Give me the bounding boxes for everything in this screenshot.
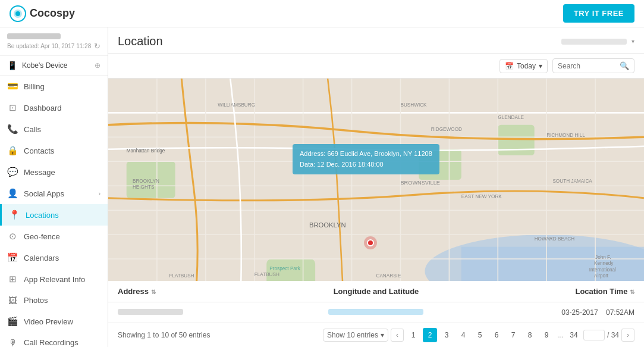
latlng-header-label: Longitude and Latitude	[334, 287, 419, 296]
message-icon: 💬	[7, 167, 18, 177]
date-chevron-icon: ▾	[539, 62, 542, 70]
page-title: Location	[118, 35, 163, 48]
search-icon: 🔍	[620, 61, 629, 70]
social-apps-icon: 👤	[7, 188, 18, 199]
sidebar-item-social-apps[interactable]: 👤 Social Apps ›	[0, 183, 108, 204]
refresh-icon[interactable]: ↻	[94, 42, 100, 51]
sidebar-item-billing[interactable]: 💳 Billing	[0, 76, 108, 97]
next-page-button[interactable]: ›	[621, 329, 634, 342]
sidebar-item-calendars-label: Calendars	[24, 254, 59, 262]
page-3-button[interactable]: 3	[439, 328, 454, 342]
map-marker[interactable]	[364, 236, 377, 249]
svg-text:Kennedy: Kennedy	[594, 261, 614, 266]
svg-text:RIDGEWOOD: RIDGEWOOD	[431, 127, 462, 132]
svg-rect-5	[461, 247, 644, 281]
sidebar-item-app-relevant-info[interactable]: ⊞ App Relevant Info	[0, 268, 108, 290]
date-value: 03-25-2017	[561, 308, 598, 317]
chevron-down-icon[interactable]: ▾	[632, 38, 634, 45]
time-column-header[interactable]: Location Time ⇅	[467, 281, 644, 302]
time-header-label: Location Time	[575, 287, 627, 296]
billing-icon: 💳	[7, 81, 18, 92]
address-blurred	[118, 309, 183, 315]
page-input-group: / 34	[583, 330, 619, 340]
svg-text:HOWARD BEACH: HOWARD BEACH	[535, 236, 575, 242]
sidebar-item-billing-label: Billing	[24, 82, 45, 91]
latlng-column-header[interactable]: Longitude and Latitude	[285, 281, 467, 302]
sidebar-item-geo-fence[interactable]: ⊙ Geo-fence	[0, 226, 108, 247]
calendars-icon: 📅	[7, 252, 18, 263]
table-body: 03-25-2017 07:52AM	[108, 302, 644, 323]
svg-text:BUSHWICK: BUSHWICK	[400, 102, 427, 108]
sidebar-update: Be updated: Apr 10, 2017 11:28 ↻	[7, 42, 100, 51]
logo-icon	[10, 5, 26, 22]
per-page-label: Show 10 entries	[327, 331, 378, 339]
table-header: Address ⇅ Longitude and Latitude Locatio…	[108, 281, 644, 302]
sidebar-item-social-apps-label: Social Apps	[24, 189, 64, 198]
page-7-button[interactable]: 7	[506, 328, 520, 342]
tooltip-data: Data: 12 Dec. 2016 18:48:00	[300, 160, 432, 170]
page-9-button[interactable]: 9	[539, 328, 554, 342]
address-column-header[interactable]: Address ⇅	[108, 281, 285, 302]
prev-page-button[interactable]: ‹	[391, 329, 404, 342]
time-cell: 03-25-2017 07:52AM	[467, 302, 644, 323]
page-jump-input[interactable]	[583, 330, 605, 340]
sidebar-item-video-preview-label: Video Preview	[24, 317, 73, 326]
marker-outer	[364, 236, 377, 249]
map-background: BROOKLYN BROWNSVILLE EAST NEW YORK BROOK…	[108, 79, 644, 281]
sidebar-item-call-recordings-label: Call Recordings	[24, 338, 78, 347]
time-value: 07:52AM	[606, 308, 634, 317]
sidebar-item-calls[interactable]: 📞 Calls	[0, 118, 108, 140]
svg-text:GLENDALE: GLENDALE	[498, 115, 524, 120]
sidebar-item-contacts-label: Contacts	[24, 146, 54, 155]
sidebar-item-contacts[interactable]: 🔒 Contacts	[0, 140, 108, 161]
dashboard-icon: ⊡	[7, 102, 18, 113]
svg-text:Airport: Airport	[594, 273, 609, 279]
sidebar-user-bar	[7, 33, 61, 39]
page-controls: Show 10 entries ▾ ‹ 1 2 3 4 5 6 7 8 9 ..…	[323, 328, 634, 342]
time-sort-icon[interactable]: ⇅	[630, 289, 634, 295]
device-settings-icon[interactable]: ⊕	[95, 61, 100, 70]
svg-text:BROOKLYN: BROOKLYN	[133, 179, 159, 184]
sidebar-item-photos[interactable]: 🖼 Photos	[0, 290, 108, 311]
call-recordings-icon: 🎙	[7, 337, 18, 347]
content-area: Location ▾ 📅 Today ▾ 🔍	[108, 27, 644, 347]
address-header-label: Address	[118, 287, 149, 296]
page-dots: ...	[556, 331, 564, 339]
sidebar-item-calls-label: Calls	[24, 125, 41, 134]
svg-text:SOUTH JAMAICA: SOUTH JAMAICA	[552, 179, 592, 184]
table-area: Address ⇅ Longitude and Latitude Locatio…	[108, 281, 644, 323]
per-page-select[interactable]: Show 10 entries ▾	[323, 329, 388, 342]
svg-text:BROOKLYN: BROOKLYN	[309, 221, 346, 229]
sidebar-item-message[interactable]: 💬 Message	[0, 161, 108, 183]
page-34-button[interactable]: 34	[567, 328, 581, 342]
sidebar-item-video-preview[interactable]: 🎬 Video Preview	[0, 311, 108, 332]
sidebar-item-calendars[interactable]: 📅 Calendars	[0, 247, 108, 268]
sidebar-item-locations[interactable]: 📍 Locations	[0, 204, 108, 226]
device-icon: 📱	[7, 61, 17, 70]
content-header: Location ▾	[108, 27, 644, 54]
latlng-cell	[285, 302, 467, 323]
sidebar-item-dashboard[interactable]: ⊡ Dashboard	[0, 97, 108, 118]
page-1-button[interactable]: 1	[406, 328, 420, 342]
address-sort-icon[interactable]: ⇅	[151, 289, 156, 295]
page-6-button[interactable]: 6	[489, 328, 504, 342]
calendar-icon: 📅	[505, 62, 514, 70]
sidebar-item-call-recordings[interactable]: 🎙 Call Recordings	[0, 332, 108, 347]
svg-text:John F.: John F.	[595, 255, 611, 260]
search-input[interactable]	[558, 62, 617, 70]
page-2-button[interactable]: 2	[423, 328, 437, 342]
svg-text:HEIGHTS: HEIGHTS	[133, 185, 155, 190]
chevron-right-icon: ›	[99, 190, 100, 197]
date-filter-select[interactable]: 📅 Today ▾	[500, 59, 548, 73]
photos-icon: 🖼	[7, 295, 18, 305]
page-5-button[interactable]: 5	[473, 328, 487, 342]
sidebar-nav: 💳 Billing ⊡ Dashboard 📞 Calls 🔒 Contacts…	[0, 76, 108, 347]
sidebar-item-app-relevant-info-label: App Relevant Info	[24, 275, 85, 284]
date-filter-label: Today	[517, 62, 536, 70]
table-row: 03-25-2017 07:52AM	[108, 302, 644, 323]
try-it-free-button[interactable]: TRY IT FREE	[563, 4, 634, 23]
page-8-button[interactable]: 8	[523, 328, 537, 342]
locations-icon: 📍	[9, 210, 20, 220]
page-4-button[interactable]: 4	[456, 328, 470, 342]
svg-text:FLATBUSH: FLATBUSH	[255, 272, 279, 277]
